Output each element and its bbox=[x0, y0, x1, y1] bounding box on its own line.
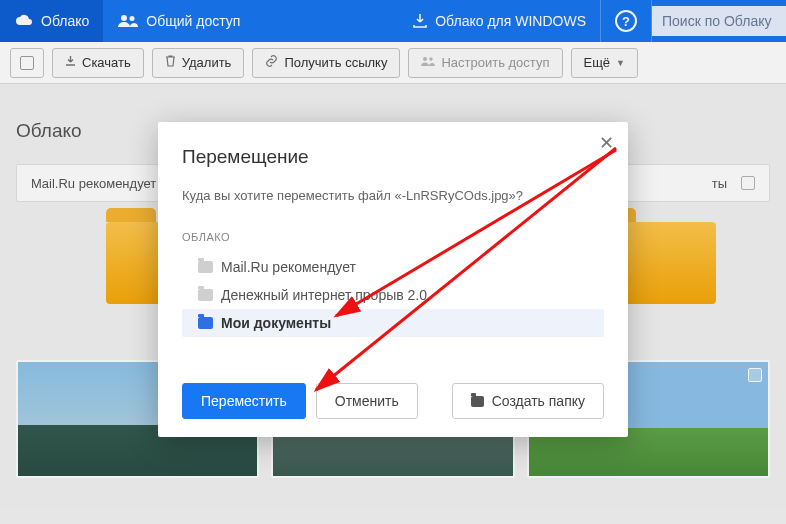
tree-item[interactable]: Денежный интернет прорыв 2.0 bbox=[182, 281, 604, 309]
new-folder-button[interactable]: Создать папку bbox=[452, 383, 604, 419]
folder-icon bbox=[198, 317, 213, 329]
folder-tree: Mail.Ru рекомендует Денежный интернет пр… bbox=[182, 253, 604, 337]
dialog-prompt: Куда вы хотите переместить файл «-LnRSRy… bbox=[182, 188, 604, 203]
close-button[interactable]: ✕ bbox=[599, 132, 614, 154]
tree-item-label: Мои документы bbox=[221, 315, 331, 331]
dialog-title: Перемещение bbox=[182, 146, 604, 168]
new-folder-label: Создать папку bbox=[492, 393, 585, 409]
folder-icon bbox=[198, 289, 213, 301]
modal-overlay: ✕ Перемещение Куда вы хотите переместить… bbox=[0, 0, 786, 524]
move-button[interactable]: Переместить bbox=[182, 383, 306, 419]
tree-item-label: Денежный интернет прорыв 2.0 bbox=[221, 287, 427, 303]
dialog-actions: Переместить Отменить Создать папку bbox=[182, 383, 604, 419]
folder-icon bbox=[198, 261, 213, 273]
tree-root-label: ОБЛАКО bbox=[182, 231, 604, 243]
cancel-button[interactable]: Отменить bbox=[316, 383, 418, 419]
tree-item-label: Mail.Ru рекомендует bbox=[221, 259, 356, 275]
tree-item[interactable]: Mail.Ru рекомендует bbox=[182, 253, 604, 281]
move-label: Переместить bbox=[201, 393, 287, 409]
cancel-label: Отменить bbox=[335, 393, 399, 409]
tree-item-selected[interactable]: Мои документы bbox=[182, 309, 604, 337]
folder-icon bbox=[471, 396, 484, 407]
move-dialog: ✕ Перемещение Куда вы хотите переместить… bbox=[158, 122, 628, 437]
